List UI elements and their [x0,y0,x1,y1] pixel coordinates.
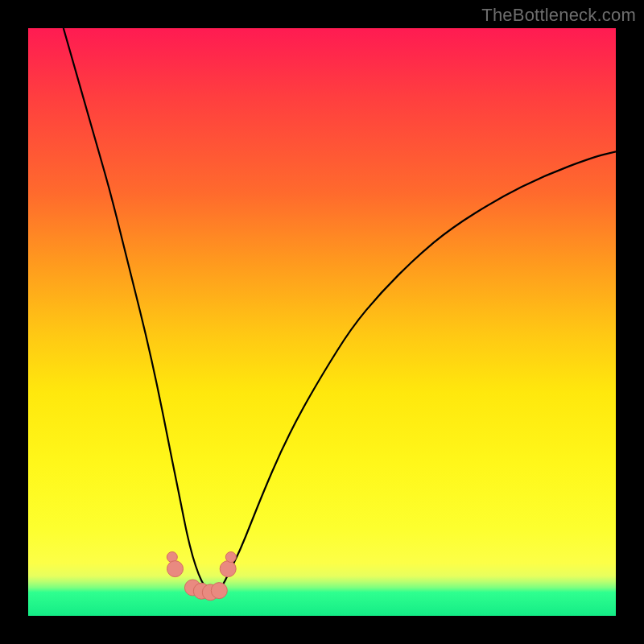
bottleneck-curve [64,28,616,592]
marker-dot [220,561,236,577]
plot-overlay [28,28,616,616]
marker-dot [211,583,227,599]
marker-dot [225,552,236,563]
watermark-text: TheBottleneck.com [481,5,636,26]
chart-frame: TheBottleneck.com [0,0,644,644]
marker-group [167,552,236,601]
marker-dot [167,561,184,577]
